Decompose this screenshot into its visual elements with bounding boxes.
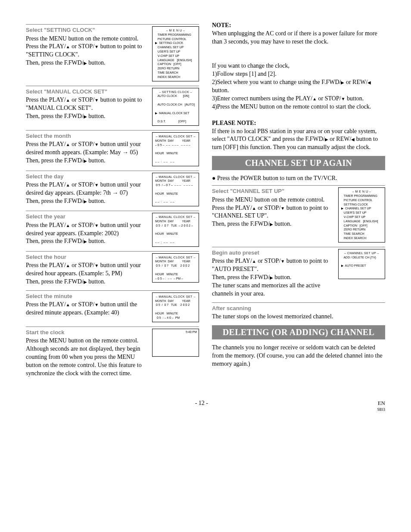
triangle-down-icon [94, 262, 99, 268]
step-heading: Select the minute [26, 292, 149, 300]
step-heading: Select the year [26, 213, 149, 221]
triangle-right-icon [84, 238, 87, 244]
step-heading: Select "SETTING CLOCK" [26, 26, 149, 34]
osd-clock-set: – MANUAL CLOCK SET –MONTH DAY YEAR 0 5 /… [152, 253, 199, 283]
triangle-right-icon [84, 59, 87, 66]
step-heading: Select "MANUAL CLOCK SET" [26, 88, 149, 96]
triangle-up-icon [312, 95, 317, 102]
step-heading: Select the day [26, 173, 149, 180]
step-heading: After scanning [212, 305, 385, 312]
triangle-down-icon [94, 222, 99, 228]
section-header: CHANNEL SET UP AGAIN [212, 156, 385, 170]
triangle-down-icon [94, 96, 99, 103]
triangle-down-icon [94, 181, 99, 188]
left-column: Select "SETTING CLOCK" Press the MENU bu… [26, 22, 199, 382]
osd-clock-set: – MANUAL CLOCK SET –MONTH DAY YEAR 0 5 /… [152, 213, 199, 247]
triangle-up-icon [66, 181, 70, 188]
triangle-up-icon [252, 258, 256, 264]
triangle-down-icon [94, 301, 99, 308]
note-body: When unplugging the AC cord or if there … [212, 30, 385, 46]
triangle-right-icon [325, 136, 328, 142]
osd-menu: – M E N U – TIMER PROGRAMMING PICTURE CO… [152, 26, 199, 81]
footer-language: EN [377, 399, 385, 407]
triangle-down-icon [94, 141, 99, 147]
step-heading: Select the hour [26, 253, 149, 261]
section-header: DELETING (OR ADDING) CHANNEL [212, 325, 385, 339]
triangle-up-icon [66, 96, 70, 103]
triangle-up-icon [66, 301, 70, 308]
osd-setting-clock: – SETTING CLOCK – AUTO CLOCK [ON] AUTO C… [152, 88, 199, 126]
triangle-right-icon [84, 157, 87, 164]
triangle-up-icon [66, 43, 70, 50]
footer-code: 9I03 [377, 407, 385, 413]
triangle-up-icon [252, 205, 256, 211]
osd-clock-set: – MANUAL CLOCK SET –MONTH DAY YEAR – 0 5… [152, 132, 199, 166]
triangle-right-icon [270, 221, 273, 227]
step-heading: Select "CHANNEL SET UP" [212, 187, 335, 195]
osd-menu: – M E N U – TIMER PROGRAMMING PICTURE CO… [338, 187, 385, 243]
triangle-down-icon [280, 258, 285, 264]
step-heading: Begin auto preset [212, 249, 335, 257]
osd-clock-set: – MANUAL CLOCK SET –MONTH DAY YEAR 0 5 /… [152, 173, 199, 207]
deleting-body: The channels you no longer receive or se… [212, 344, 385, 368]
triangle-up-icon [66, 141, 70, 147]
step-heading: Select the month [26, 132, 149, 140]
triangle-left-icon [367, 79, 371, 85]
right-column: NOTE: When unplugging the AC cord or if … [212, 22, 385, 382]
triangle-up-icon [66, 262, 70, 268]
triangle-right-icon [84, 278, 87, 285]
page-number: - 12 - [195, 399, 208, 413]
triangle-up-icon [66, 222, 70, 228]
triangle-right-icon [84, 113, 87, 119]
please-note-heading: PLEASE NOTE: [212, 119, 385, 128]
triangle-down-icon [280, 205, 285, 211]
triangle-down-icon [94, 43, 99, 50]
page-footer: - 12 - EN 9I03 [26, 399, 385, 413]
osd-channel-setup: – CHANNEL SET UP – ADD / DELETE CH (TV) … [338, 249, 385, 279]
note-heading: NOTE: [212, 22, 385, 30]
osd-clock-set: – MANUAL CLOCK SET –MONTH DAY YEAR 0 5 /… [152, 292, 199, 322]
step-heading: Start the clock [26, 329, 149, 336]
osd-time-display: 5:40 PM [152, 329, 199, 357]
triangle-down-icon [341, 95, 346, 102]
triangle-right-icon [270, 274, 273, 280]
triangle-right-icon [84, 198, 87, 204]
